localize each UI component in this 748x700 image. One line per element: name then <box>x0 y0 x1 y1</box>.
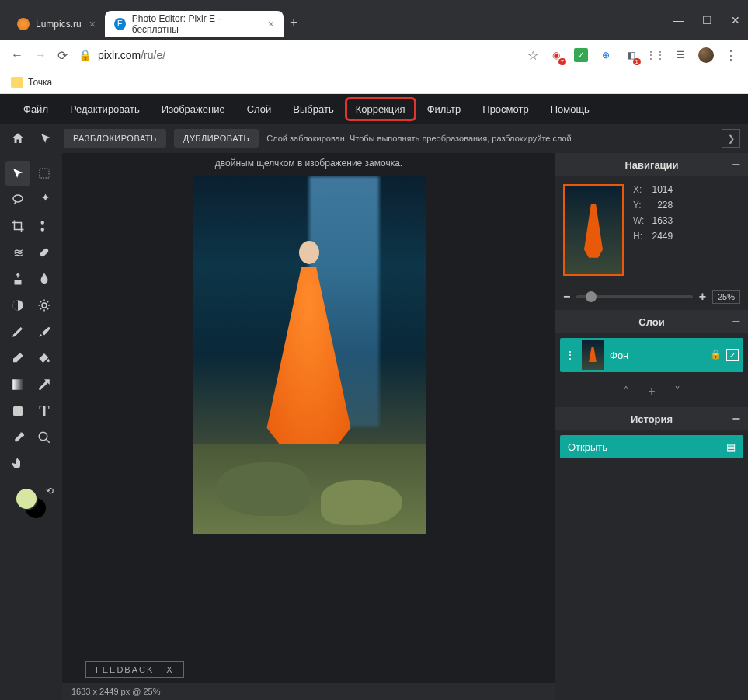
zoom-out-button[interactable]: − <box>563 290 570 304</box>
menu-image[interactable]: Изображение <box>151 97 236 121</box>
browser-menu-icon[interactable]: ⋮ <box>725 48 737 63</box>
crop-tool[interactable] <box>5 214 30 239</box>
clone-tool[interactable] <box>5 266 30 291</box>
history-item[interactable]: Открыть ▤ <box>560 435 743 458</box>
lasso-tool[interactable] <box>5 187 30 212</box>
history-label: Открыть <box>568 441 607 453</box>
toolbar-hint: Слой заблокирован. Чтобы выполнять преоб… <box>266 134 714 143</box>
reading-list-icon[interactable]: ☰ <box>673 48 687 62</box>
minimize-button[interactable]: — <box>673 14 684 26</box>
zoom-slider[interactable] <box>576 295 692 298</box>
text-tool[interactable]: T <box>32 399 57 423</box>
layer-item[interactable]: ⋮ Фон 🔒 ✓ <box>560 338 743 372</box>
close-tab-icon[interactable]: × <box>89 18 96 30</box>
extension-1-icon[interactable]: ◉ <box>549 48 563 62</box>
extension-globe-icon[interactable]: ⊕ <box>599 48 613 62</box>
cutout-tool[interactable] <box>32 214 57 239</box>
profile-avatar[interactable] <box>698 47 714 63</box>
menu-help[interactable]: Помощь <box>540 97 600 121</box>
menu-layer[interactable]: Слой <box>236 97 283 121</box>
add-layer-button[interactable]: + <box>648 385 655 399</box>
tab-lumpics[interactable]: Lumpics.ru × <box>8 11 105 37</box>
duplicate-button[interactable]: ДУБЛИРОВАТЬ <box>174 129 259 148</box>
menu-filter[interactable]: Фильтр <box>416 97 472 121</box>
reload-button[interactable]: ⟳ <box>57 48 68 63</box>
canvas-content <box>193 444 426 534</box>
sponge-tool[interactable] <box>32 293 57 318</box>
back-button[interactable]: ← <box>11 48 23 62</box>
marquee-tool[interactable] <box>32 161 57 186</box>
gradient-tool[interactable] <box>5 372 30 397</box>
eraser-tool[interactable] <box>5 346 30 371</box>
url-input[interactable]: 🔒 pixlr.com/ru/e/ <box>78 49 517 61</box>
color-swatches[interactable]: ⟲ <box>15 487 47 520</box>
bookmark-item[interactable]: Точка <box>28 77 52 88</box>
blur-tool[interactable] <box>32 266 57 291</box>
extension-check-icon[interactable]: ✓ <box>574 48 588 62</box>
replace-color-tool[interactable] <box>32 372 57 397</box>
heal-tool[interactable] <box>32 240 57 265</box>
menu-view[interactable]: Просмотр <box>471 97 539 121</box>
zoom-in-button[interactable]: + <box>699 290 706 304</box>
menu-select[interactable]: Выбрать <box>282 97 344 121</box>
lock-icon: 🔒 <box>78 49 92 61</box>
layer-drag-handle-icon[interactable]: ⋮ <box>565 349 576 361</box>
home-button[interactable] <box>8 128 28 148</box>
panel-toggle-button[interactable]: ❯ <box>722 129 740 148</box>
move-tool-icon[interactable] <box>36 128 56 148</box>
collapse-icon[interactable]: − <box>732 157 740 173</box>
hand-tool[interactable] <box>5 451 30 476</box>
svg-point-4 <box>42 303 47 308</box>
svg-rect-5 <box>12 379 23 390</box>
extension-4-icon[interactable]: ◧ <box>624 48 638 62</box>
fill-tool[interactable] <box>32 346 57 371</box>
layer-visibility-checkbox[interactable]: ✓ <box>726 349 739 361</box>
unlock-button[interactable]: РАЗБЛОКИРОВАТЬ <box>64 129 166 148</box>
dodge-tool[interactable] <box>5 293 30 318</box>
foreground-color[interactable] <box>15 487 38 510</box>
shape-tool[interactable] <box>5 399 30 423</box>
canvas-dimensions: 1633 x 2449 px @ 25% <box>71 687 161 696</box>
pen-tool[interactable] <box>5 319 30 344</box>
collapse-icon[interactable]: − <box>732 411 740 427</box>
brush-tool[interactable] <box>32 319 57 344</box>
history-panel-header[interactable]: История − <box>555 407 748 430</box>
browser-tabs: Lumpics.ru × E Photo Editor: Pixlr E - б… <box>8 0 673 40</box>
zoom-value[interactable]: 25% <box>712 290 740 304</box>
menu-adjustment[interactable]: Коррекция <box>345 97 416 121</box>
eyedropper-tool[interactable] <box>5 425 30 450</box>
navigation-panel-header[interactable]: Навигации − <box>555 153 748 176</box>
collapse-icon[interactable]: − <box>732 314 740 330</box>
swap-colors-icon[interactable]: ⟲ <box>46 486 54 496</box>
history-panel: Открыть ▤ <box>555 430 748 463</box>
nav-x-label: X: <box>633 184 642 195</box>
window-titlebar: Lumpics.ru × E Photo Editor: Pixlr E - б… <box>0 0 748 40</box>
layer-up-button[interactable]: ˄ <box>623 385 629 399</box>
new-tab-button[interactable]: + <box>290 15 298 31</box>
star-bookmark-icon[interactable]: ☆ <box>527 48 538 63</box>
tab-pixlr[interactable]: E Photo Editor: Pixlr E - бесплатны × <box>105 11 284 37</box>
nav-w-value: 1633 <box>652 215 673 226</box>
image-canvas[interactable] <box>193 176 426 534</box>
feedback-widget[interactable]: FEEDBACK X <box>85 661 184 678</box>
close-tab-icon[interactable]: × <box>268 18 274 30</box>
layer-down-button[interactable]: ˅ <box>674 385 680 399</box>
move-tool[interactable] <box>5 161 30 186</box>
empty-tool-slot <box>32 451 57 476</box>
layer-lock-icon[interactable]: 🔒 <box>710 349 722 361</box>
navigator-thumbnail[interactable] <box>563 184 624 276</box>
forward-button[interactable]: → <box>34 48 47 62</box>
layers-panel-header[interactable]: Слои − <box>555 310 748 333</box>
liquify-tool[interactable]: ≋ <box>5 240 30 265</box>
folder-icon <box>11 77 23 88</box>
close-window-button[interactable]: ✕ <box>731 14 740 26</box>
layer-thumbnail[interactable] <box>582 340 604 370</box>
feedback-close-icon[interactable]: X <box>166 665 173 674</box>
extensions-menu-icon[interactable]: ⋮⋮ <box>649 48 663 62</box>
maximize-button[interactable]: ☐ <box>702 14 712 26</box>
navigation-panel: X:1014 Y:228 W:1633 H:2449 <box>555 176 748 284</box>
zoom-tool[interactable] <box>32 425 57 450</box>
menu-edit[interactable]: Редактировать <box>59 97 151 121</box>
menu-file[interactable]: Файл <box>12 97 59 121</box>
wand-tool[interactable] <box>32 187 57 212</box>
